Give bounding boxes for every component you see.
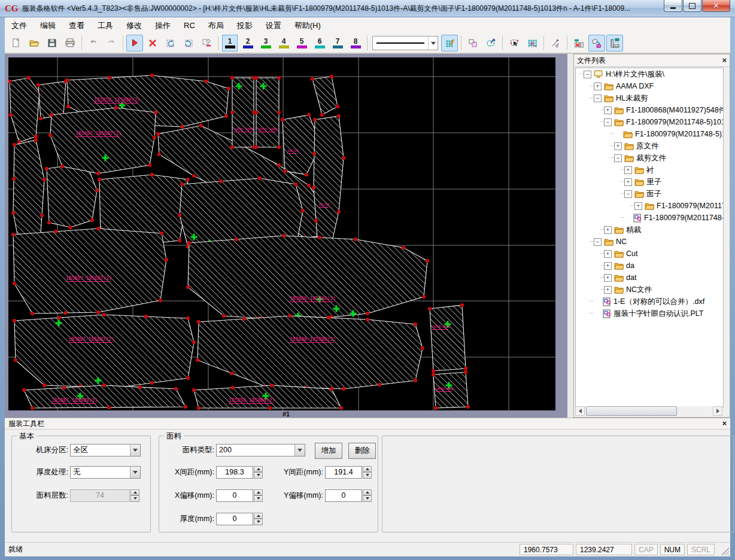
tree-item[interactable]: −裁剪文件 bbox=[576, 152, 723, 164]
expand-icon[interactable]: + bbox=[624, 166, 632, 174]
layer-color-button-3[interactable]: 3 bbox=[258, 35, 274, 51]
scroll-right-icon[interactable] bbox=[713, 406, 722, 416]
pattern-piece[interactable] bbox=[50, 108, 156, 174]
tree-item[interactable]: +F1-1800979(M2011748-5)1013件 bbox=[576, 200, 723, 212]
layer-color-button-8[interactable]: 8 bbox=[348, 35, 363, 51]
close-button[interactable]: ✕ bbox=[702, 0, 730, 12]
expand-icon[interactable]: + bbox=[624, 178, 632, 186]
tree-item[interactable]: 1-E（对称的可以合并）.dxf bbox=[576, 296, 723, 308]
chevron-down-icon[interactable] bbox=[428, 36, 438, 50]
pattern-piece[interactable] bbox=[430, 305, 466, 371]
chevron-down-icon[interactable] bbox=[130, 467, 140, 478]
tree-item[interactable]: +精裁 bbox=[576, 224, 723, 236]
new-document-button[interactable] bbox=[8, 35, 25, 51]
fabric-field-0-1-stepper[interactable] bbox=[363, 466, 372, 479]
collapse-icon[interactable]: − bbox=[594, 238, 602, 246]
pattern-piece[interactable] bbox=[312, 77, 338, 115]
menu-item-1[interactable]: 文件 bbox=[5, 18, 34, 34]
menu-item-10[interactable]: 设置 bbox=[259, 18, 288, 34]
file-list-close-icon[interactable]: × bbox=[722, 57, 727, 64]
layer-color-button-7[interactable]: 7 bbox=[330, 35, 345, 51]
tree-item[interactable]: −HL未裁剪 bbox=[576, 92, 723, 104]
print-button[interactable] bbox=[62, 35, 78, 51]
expand-icon[interactable]: + bbox=[594, 83, 602, 90]
scrollbar-thumb[interactable] bbox=[586, 406, 677, 416]
fabric-field-2-0-stepper[interactable] bbox=[254, 513, 263, 525]
grid-text-button[interactable]: A bbox=[524, 35, 540, 51]
measure-button[interactable]: d bbox=[547, 35, 564, 51]
dock-close-icon[interactable]: × bbox=[722, 420, 727, 427]
collapse-icon[interactable]: − bbox=[584, 71, 591, 78]
expand-icon[interactable]: + bbox=[634, 202, 642, 210]
fabric-field-1-0[interactable]: 0 bbox=[216, 489, 253, 502]
layer-color-button-1[interactable]: 1 bbox=[222, 35, 238, 51]
select-arrow-button[interactable] bbox=[126, 35, 143, 51]
line-style-combo[interactable] bbox=[372, 36, 438, 50]
pattern-piece[interactable] bbox=[188, 236, 427, 321]
menu-item-9[interactable]: 投影 bbox=[230, 18, 259, 34]
tree-item[interactable]: −H:\样片文件\服装\ bbox=[576, 68, 723, 80]
tree-item[interactable]: F1-1800979(M2011748-5)1013件 bbox=[576, 128, 723, 140]
fabric-field-0-0[interactable]: 198.3 bbox=[216, 466, 253, 479]
fabric-field-1-1[interactable]: 0 bbox=[325, 489, 362, 502]
collapse-icon[interactable]: − bbox=[604, 118, 612, 126]
layer-color-button-4[interactable]: 4 bbox=[276, 35, 291, 51]
chevron-down-icon[interactable] bbox=[130, 445, 140, 456]
expand-icon[interactable]: + bbox=[604, 274, 612, 282]
basic-field-3-stepper[interactable] bbox=[130, 489, 139, 502]
tree-item[interactable]: +Cut bbox=[576, 248, 723, 260]
edit-shape-button[interactable] bbox=[482, 35, 499, 51]
pattern-piece[interactable] bbox=[47, 163, 97, 227]
menu-item-3[interactable]: 查看 bbox=[62, 18, 91, 34]
title-bar[interactable]: CG 服装条格软件 <Ver5.4.3_T823><非售品:JW00000002… bbox=[0, 0, 735, 17]
minimize-button[interactable] bbox=[664, 0, 682, 12]
chevron-down-icon[interactable] bbox=[294, 445, 305, 456]
pick-piece-button[interactable] bbox=[506, 35, 523, 51]
pattern-piece[interactable] bbox=[232, 78, 254, 147]
nesting-canvas[interactable]: 185858-185800(2)1858-18001858-180018-581… bbox=[8, 57, 555, 410]
tree-item[interactable]: +衬 bbox=[576, 164, 723, 176]
layer-color-button-2[interactable]: 2 bbox=[240, 35, 256, 51]
redo-button[interactable] bbox=[103, 35, 120, 51]
tree-item[interactable]: +里子 bbox=[576, 176, 723, 188]
tree-item[interactable]: −NC bbox=[576, 236, 723, 248]
tree-item[interactable]: −F1-1800979(M2011748-5)1013件 bbox=[576, 116, 723, 128]
rotate-ccw-button[interactable] bbox=[162, 35, 179, 51]
panel-splitter[interactable] bbox=[567, 54, 573, 418]
fabric-type-combo[interactable]: 200 bbox=[216, 444, 305, 456]
collapse-icon[interactable]: − bbox=[594, 95, 602, 102]
duplicate-piece-button[interactable] bbox=[198, 35, 215, 51]
tree-item[interactable]: +原文件 bbox=[576, 140, 723, 152]
expand-icon[interactable]: + bbox=[604, 286, 612, 294]
menu-item-2[interactable]: 编辑 bbox=[34, 18, 62, 34]
undo-button[interactable] bbox=[85, 35, 102, 51]
fabric-field-0-1[interactable]: 191.4 bbox=[325, 466, 362, 479]
fabric-field-2-0[interactable]: 0 bbox=[216, 513, 253, 525]
basic-field-1[interactable]: 全区 bbox=[70, 444, 141, 456]
collapse-icon[interactable]: − bbox=[614, 154, 622, 162]
layer-color-button-6[interactable]: 6 bbox=[312, 35, 327, 51]
pattern-piece[interactable] bbox=[198, 316, 423, 389]
layer-color-button-5[interactable]: 5 bbox=[294, 35, 309, 51]
projector-clear-button[interactable] bbox=[570, 35, 587, 51]
pattern-piece[interactable] bbox=[24, 385, 186, 408]
copy-shape-button[interactable] bbox=[464, 35, 481, 51]
save-button[interactable] bbox=[44, 35, 60, 51]
pattern-piece[interactable] bbox=[314, 116, 344, 254]
file-tree-hscrollbar[interactable] bbox=[575, 406, 722, 416]
tree-item[interactable]: −面子 bbox=[576, 188, 723, 200]
projector-ruler-button[interactable] bbox=[606, 35, 623, 51]
delete-fabric-button[interactable]: 删除 bbox=[348, 443, 376, 459]
expand-icon[interactable]: + bbox=[614, 142, 622, 150]
scroll-left-icon[interactable] bbox=[575, 406, 585, 416]
maximize-button[interactable] bbox=[683, 0, 701, 12]
fill-pattern-button[interactable] bbox=[441, 35, 458, 51]
open-folder-button[interactable] bbox=[26, 35, 42, 51]
collapse-icon[interactable]: − bbox=[624, 190, 632, 198]
menu-item-4[interactable]: 工具 bbox=[91, 18, 120, 34]
piece-transfer-button[interactable] bbox=[588, 35, 605, 51]
menu-item-5[interactable]: 修改 bbox=[120, 18, 148, 34]
tree-item[interactable]: +AAMA DXF bbox=[576, 80, 723, 92]
menu-item-6[interactable]: 操作 bbox=[148, 18, 177, 34]
fabric-field-1-1-stepper[interactable] bbox=[363, 489, 372, 502]
